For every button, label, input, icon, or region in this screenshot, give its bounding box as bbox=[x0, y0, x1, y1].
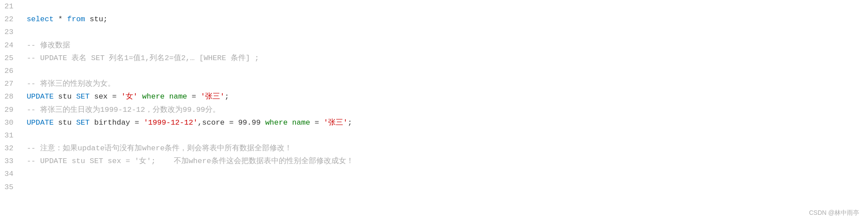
line-content: -- 将张三的性别改为女。 bbox=[22, 77, 868, 90]
table-row: 21 bbox=[0, 0, 868, 13]
line-number: 29 bbox=[0, 103, 22, 116]
code-segment: name bbox=[169, 92, 187, 101]
line-number: 35 bbox=[0, 181, 22, 194]
table-row: 28UPDATE stu SET sex = '女' where name = … bbox=[0, 90, 868, 103]
line-number: 21 bbox=[0, 0, 22, 13]
line-number: 25 bbox=[0, 52, 22, 65]
table-row: 22select * from stu; bbox=[0, 13, 868, 26]
code-segment: stu bbox=[54, 118, 76, 127]
code-segment: -- UPDATE stu SET sex = '女'; 不加where条件这会… bbox=[26, 157, 353, 165]
line-content: -- 注意：如果update语句没有加where条件，则会将表中所有数据全部修改… bbox=[22, 142, 868, 155]
table-row: 29-- 将张三的生日改为1999-12-12，分数改为99.99分。 bbox=[0, 103, 868, 116]
code-segment: '女' bbox=[121, 92, 138, 101]
table-row: 35 bbox=[0, 181, 868, 194]
line-number: 27 bbox=[0, 77, 22, 90]
code-segment: = bbox=[310, 118, 324, 127]
line-content: UPDATE stu SET sex = '女' where name = '张… bbox=[22, 90, 868, 103]
code-segment: SET bbox=[76, 92, 90, 101]
line-content bbox=[22, 26, 868, 38]
line-number: 34 bbox=[0, 168, 22, 180]
table-row: 34 bbox=[0, 168, 868, 180]
code-segment: stu; bbox=[85, 15, 108, 23]
code-segment: -- 将张三的性别改为女。 bbox=[26, 80, 115, 88]
code-segment: select bbox=[26, 15, 53, 23]
table-row: 32-- 注意：如果update语句没有加where条件，则会将表中所有数据全部… bbox=[0, 142, 868, 155]
code-segment: '张三' bbox=[201, 92, 224, 101]
code-segment: SET bbox=[76, 118, 90, 127]
code-segment: -- UPDATE 表名 SET 列名1=值1,列名2=值2,… [WHERE … bbox=[26, 54, 259, 62]
table-row: 23 bbox=[0, 26, 868, 38]
line-number: 31 bbox=[0, 129, 22, 142]
line-number: 30 bbox=[0, 116, 22, 129]
code-segment: ,score = bbox=[198, 118, 238, 127]
line-number: 32 bbox=[0, 142, 22, 155]
line-content: -- UPDATE stu SET sex = '女'; 不加where条件这会… bbox=[22, 155, 868, 168]
code-segment: birthday = bbox=[90, 118, 143, 127]
line-content: -- 修改数据 bbox=[22, 39, 868, 52]
table-row: 27-- 将张三的性别改为女。 bbox=[0, 77, 868, 90]
table-row: 30UPDATE stu SET birthday = '1999-12-12'… bbox=[0, 116, 868, 129]
table-row: 24-- 修改数据 bbox=[0, 39, 868, 52]
code-segment: ; bbox=[224, 92, 229, 101]
line-number: 33 bbox=[0, 155, 22, 168]
code-container: 21 22select * from stu;23 24-- 修改数据25-- … bbox=[0, 0, 868, 221]
code-segment: UPDATE bbox=[26, 92, 53, 101]
code-segment: '1999-12-12' bbox=[144, 118, 198, 127]
code-segment: stu bbox=[54, 92, 76, 101]
code-segment: ; bbox=[348, 118, 352, 127]
line-number: 23 bbox=[0, 26, 22, 38]
code-segment: from bbox=[67, 15, 85, 23]
watermark: CSDN @林中雨亭 bbox=[809, 208, 859, 217]
code-table: 21 22select * from stu;23 24-- 修改数据25-- … bbox=[0, 0, 868, 194]
line-content bbox=[22, 168, 868, 180]
code-segment: -- 修改数据 bbox=[26, 41, 70, 50]
line-content: UPDATE stu SET birthday = '1999-12-12',s… bbox=[22, 116, 868, 129]
code-segment: where bbox=[138, 92, 169, 101]
code-segment: UPDATE bbox=[26, 118, 53, 127]
code-segment: * bbox=[54, 15, 67, 23]
line-content bbox=[22, 65, 868, 77]
code-segment: where bbox=[261, 118, 292, 127]
line-content: -- 将张三的生日改为1999-12-12，分数改为99.99分。 bbox=[22, 103, 868, 116]
line-number: 26 bbox=[0, 65, 22, 77]
code-segment: -- 注意：如果update语句没有加where条件，则会将表中所有数据全部修改… bbox=[26, 144, 292, 152]
code-segment: -- 将张三的生日改为1999-12-12，分数改为99.99分。 bbox=[26, 106, 220, 114]
table-row: 31 bbox=[0, 129, 868, 142]
line-number: 24 bbox=[0, 39, 22, 52]
line-number: 22 bbox=[0, 13, 22, 26]
code-segment: 99.99 bbox=[238, 118, 261, 127]
line-number: 28 bbox=[0, 90, 22, 103]
line-content bbox=[22, 181, 868, 194]
line-content: -- UPDATE 表名 SET 列名1=值1,列名2=值2,… [WHERE … bbox=[22, 52, 868, 65]
code-segment: name bbox=[292, 118, 310, 127]
table-row: 33-- UPDATE stu SET sex = '女'; 不加where条件… bbox=[0, 155, 868, 168]
code-segment: '张三' bbox=[324, 118, 348, 127]
code-segment: = bbox=[187, 92, 201, 101]
table-row: 26 bbox=[0, 65, 868, 77]
code-segment: sex = bbox=[90, 92, 121, 101]
line-content bbox=[22, 129, 868, 142]
line-content: select * from stu; bbox=[22, 13, 868, 26]
table-row: 25-- UPDATE 表名 SET 列名1=值1,列名2=值2,… [WHER… bbox=[0, 52, 868, 65]
line-content bbox=[22, 0, 868, 13]
